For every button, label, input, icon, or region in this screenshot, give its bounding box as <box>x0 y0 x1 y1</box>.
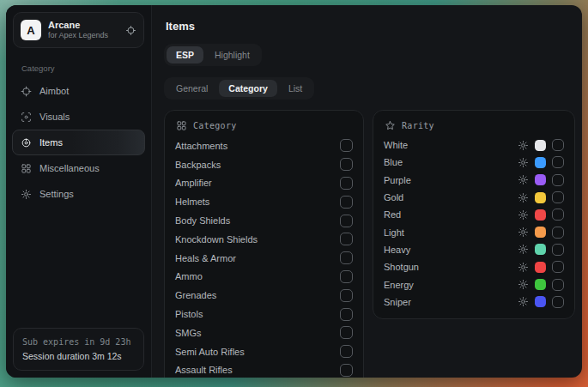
checkbox-blue[interactable] <box>552 156 564 168</box>
app-logo: A <box>21 20 41 40</box>
gear-icon[interactable] <box>518 262 529 273</box>
grid-icon <box>176 120 187 131</box>
category-row-label: Grenades <box>175 290 216 300</box>
color-swatch-shotgun[interactable] <box>535 262 546 273</box>
rarity-row-label: Purple <box>384 175 411 185</box>
gear-icon <box>21 189 32 200</box>
checkbox-sniper[interactable] <box>552 296 564 308</box>
color-swatch-light[interactable] <box>535 227 546 238</box>
color-swatch-gold[interactable] <box>535 192 546 203</box>
gear-icon[interactable] <box>518 209 529 221</box>
rarity-row-label: Energy <box>384 280 414 290</box>
sidebar-item-visuals[interactable]: Visuals <box>12 104 145 130</box>
tab-list[interactable]: List <box>279 80 312 97</box>
category-row: Grenades <box>175 286 353 305</box>
checkbox-ammo[interactable] <box>340 270 353 283</box>
category-row-label: Body Shields <box>175 215 230 226</box>
gear-icon[interactable] <box>518 192 529 203</box>
rarity-row-label: Shotgun <box>384 262 419 272</box>
sidebar-section-label: Category <box>21 63 151 73</box>
checkbox-body-shields[interactable] <box>340 215 353 227</box>
checkbox-attachments[interactable] <box>340 139 353 152</box>
rarity-row: Shotgun <box>384 258 564 275</box>
rarity-row: Gold <box>384 189 564 206</box>
desktop-background: A Arcane for Apex Legends Category Aimbo… <box>0 0 588 387</box>
category-row: Backpacks <box>175 155 353 174</box>
category-row: Ammo <box>175 268 353 287</box>
category-row-label: Amplifier <box>175 178 212 188</box>
rarity-panel-title: Rarity <box>402 121 434 130</box>
category-row: Semi Auto Rifles <box>175 342 353 361</box>
main-content: Items ESPHighlight GeneralCategoryList C… <box>152 5 582 378</box>
rarity-row: White <box>384 136 564 154</box>
category-row: Body Shields <box>175 211 353 230</box>
checkbox-gold[interactable] <box>552 191 564 203</box>
gear-icon[interactable] <box>518 174 529 185</box>
checkbox-smgs[interactable] <box>340 326 353 339</box>
gear-icon[interactable] <box>518 227 529 238</box>
focus-icon[interactable] <box>125 25 136 36</box>
sidebar-item-label: Settings <box>39 189 74 199</box>
category-row-label: SMGs <box>175 328 202 338</box>
checkbox-pistols[interactable] <box>340 308 353 321</box>
checkbox-white[interactable] <box>552 139 564 151</box>
rarity-row-label: White <box>384 140 408 150</box>
category-row: Assault Rifles <box>175 361 353 378</box>
sidebar-item-settings[interactable]: Settings <box>12 181 145 207</box>
mode-highlight[interactable]: Highlight <box>205 46 259 63</box>
checkbox-heavy[interactable] <box>552 244 564 256</box>
category-row-label: Attachments <box>175 141 227 151</box>
checkbox-amplifier[interactable] <box>340 177 353 190</box>
color-swatch-red[interactable] <box>535 209 546 221</box>
checkbox-semi-auto-rifles[interactable] <box>340 345 353 358</box>
tab-bar: GeneralCategoryList <box>164 77 314 100</box>
session-card: Sub expires in 9d 23h Session duration 3… <box>13 328 144 371</box>
category-row-label: Heals & Armor <box>175 253 236 263</box>
session-duration: Session duration 3m 12s <box>22 349 135 363</box>
checkbox-knockdown-shields[interactable] <box>340 233 353 245</box>
checkbox-grenades[interactable] <box>340 289 353 302</box>
checkbox-light[interactable] <box>552 227 564 239</box>
category-row-label: Assault Rifles <box>175 365 233 375</box>
category-row-label: Semi Auto Rifles <box>175 347 245 357</box>
sidebar-item-aimbot[interactable]: Aimbot <box>12 78 145 104</box>
category-row-label: Helmets <box>175 197 209 207</box>
category-row-label: Knockdown Shields <box>175 234 258 245</box>
color-swatch-sniper[interactable] <box>535 296 546 307</box>
mode-toggle: ESPHighlight <box>164 44 262 66</box>
rarity-row: Energy <box>384 275 564 293</box>
checkbox-assault-rifles[interactable] <box>340 364 353 377</box>
checkbox-helmets[interactable] <box>340 196 353 209</box>
rarity-row-label: Gold <box>384 192 403 203</box>
sidebar-item-items[interactable]: Items <box>12 130 145 155</box>
rarity-panel: Rarity White Blue Purple Gold <box>373 110 575 319</box>
gear-icon[interactable] <box>518 157 529 168</box>
brand-card: A Arcane for Apex Legends <box>13 12 144 48</box>
gear-icon[interactable] <box>518 296 529 307</box>
checkbox-heals-armor[interactable] <box>340 251 353 264</box>
gear-icon[interactable] <box>518 279 529 290</box>
checkbox-energy[interactable] <box>552 279 564 291</box>
tab-general[interactable]: General <box>167 80 217 97</box>
category-row-label: Backpacks <box>175 160 221 170</box>
color-swatch-purple[interactable] <box>535 174 546 185</box>
rarity-rows: White Blue Purple Gold Red <box>384 136 564 311</box>
checkbox-shotgun[interactable] <box>552 261 564 273</box>
checkbox-purple[interactable] <box>552 174 564 186</box>
sidebar-item-label: Items <box>39 137 63 148</box>
checkbox-red[interactable] <box>552 209 564 221</box>
color-swatch-blue[interactable] <box>535 157 546 168</box>
gear-icon[interactable] <box>518 140 529 151</box>
color-swatch-white[interactable] <box>535 140 546 151</box>
color-swatch-energy[interactable] <box>535 279 546 290</box>
gear-icon[interactable] <box>518 244 529 255</box>
checkbox-backpacks[interactable] <box>340 158 353 171</box>
category-row: Helmets <box>175 192 353 211</box>
mode-esp[interactable]: ESP <box>167 46 203 63</box>
star-icon <box>385 120 396 131</box>
rarity-row: Blue <box>384 154 564 171</box>
tab-category[interactable]: Category <box>219 80 277 97</box>
page-title: Items <box>166 20 575 33</box>
color-swatch-heavy[interactable] <box>535 244 546 255</box>
sidebar-item-miscellaneous[interactable]: Miscellaneous <box>12 155 145 181</box>
